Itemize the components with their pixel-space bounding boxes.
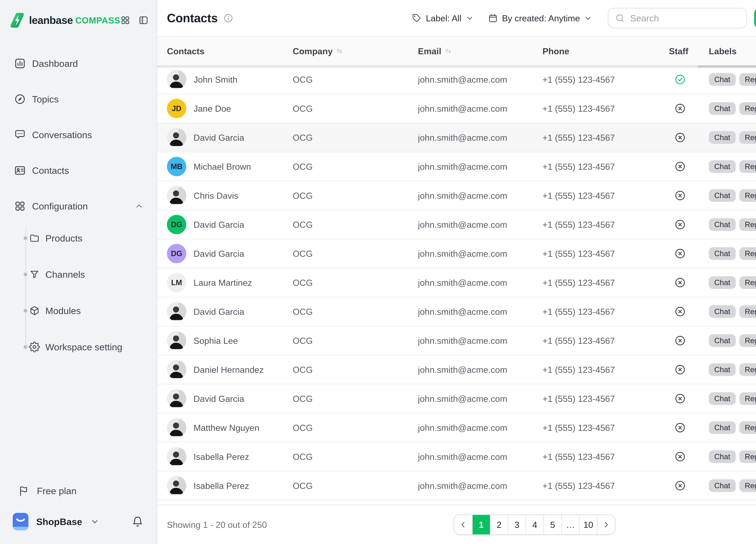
next-page-button[interactable]: [597, 515, 615, 534]
collapse-sidebar-icon[interactable]: [138, 15, 149, 25]
staff-unverified-icon: [674, 335, 686, 346]
workspace-switcher[interactable]: ShopBase: [0, 508, 157, 536]
table-row[interactable]: Daniel Hernandez OCG john.smith@acme.com…: [157, 355, 756, 384]
sidebar-item-label: Dashboard: [32, 58, 78, 69]
email-cell: john.smith@acme.com: [418, 191, 543, 201]
notifications-bell-icon[interactable]: [132, 516, 143, 527]
table-row[interactable]: Matthew Nguyen OCG john.smith@acme.com +…: [157, 413, 756, 442]
info-icon[interactable]: [223, 13, 233, 23]
staff-unverified-icon: [674, 190, 686, 201]
sidebar-item-topics[interactable]: Topics: [7, 87, 149, 111]
label-chip: Chat: [709, 218, 736, 231]
search-box[interactable]: [608, 8, 747, 28]
sidebar-nav: Dashboard Topics Conversations Contacts …: [0, 34, 157, 359]
table-row[interactable]: David Garcia OCG john.smith@acme.com +1 …: [157, 123, 756, 152]
company-cell: OCG: [293, 481, 418, 491]
table-row[interactable]: Isabella Perez OCG john.smith@acme.com +…: [157, 442, 756, 471]
column-header-email[interactable]: Email: [418, 46, 543, 56]
page-button-active[interactable]: 1: [472, 515, 490, 534]
table-row[interactable]: David Garcia OCG john.smith@acme.com +1 …: [157, 297, 756, 326]
sidebar-sub-item-icon: [29, 233, 40, 244]
contact-name: Daniel Hernandez: [194, 365, 264, 375]
labels-cell: ChatRegion-vn+2: [709, 276, 756, 289]
table-row[interactable]: David Garcia OCG john.smith@acme.com +1 …: [157, 384, 756, 413]
chevron-down-icon: [584, 14, 592, 22]
created-filter-value: By created: Anytime: [502, 13, 580, 23]
label-chip: Region-vn: [739, 102, 756, 115]
page-button-3[interactable]: 3: [508, 515, 526, 534]
column-header-contacts: Contacts: [167, 46, 293, 56]
phone-cell: +1 (555) 123-4567: [543, 191, 669, 201]
page-button-5[interactable]: 5: [543, 515, 561, 534]
table-row[interactable]: MB Michael Brown OCG john.smith@acme.com…: [157, 152, 756, 181]
table-row[interactable]: JD Jane Doe OCG john.smith@acme.com +1 (…: [157, 94, 756, 123]
table-row[interactable]: Chris Davis OCG john.smith@acme.com +1 (…: [157, 181, 756, 210]
column-label: Contacts: [167, 46, 204, 56]
page-button-10[interactable]: 10: [579, 515, 597, 534]
labels-cell: ChatRegion-vn+2: [709, 392, 756, 405]
staff-status-icon: [669, 103, 709, 114]
horizontal-scrollbar-track[interactable]: [157, 65, 756, 68]
labels-cell: ChatRegion-vn+2: [709, 479, 756, 492]
avatar-photo: [167, 302, 186, 321]
page-title: Contacts: [167, 11, 218, 25]
table-row[interactable]: DG David Garcia OCG john.smith@acme.com …: [157, 210, 756, 240]
sort-arrows-icon[interactable]: [444, 47, 453, 56]
contact-name: Michael Brown: [194, 162, 251, 172]
labels-cell: ChatRegion-vn+2: [709, 421, 756, 434]
label-chip: Chat: [709, 334, 736, 347]
company-cell: OCG: [293, 162, 418, 172]
contact-name: David Garcia: [194, 306, 244, 317]
previous-page-button[interactable]: [454, 515, 472, 534]
phone-cell: +1 (555) 123-4567: [543, 133, 669, 143]
staff-status-icon: [669, 132, 709, 143]
email-cell: john.smith@acme.com: [418, 306, 543, 317]
table-row[interactable]: Isabella Perez OCG john.smith@acme.com +…: [157, 471, 756, 500]
sidebar-item-contacts[interactable]: Contacts: [7, 158, 149, 183]
sidebar-item-configuration[interactable]: Configuration: [7, 194, 149, 218]
table-row[interactable]: Sophia Lee OCG john.smith@acme.com +1 (5…: [157, 326, 756, 355]
sidebar-sub-item-icon: [29, 305, 40, 316]
phone-cell: +1 (555) 123-4567: [543, 306, 669, 317]
sidebar-item-workspace-setting[interactable]: Workspace setting: [7, 335, 149, 359]
sidebar-item-channels[interactable]: Channels: [7, 262, 149, 286]
column-label: Company: [293, 46, 333, 56]
sidebar-item-products[interactable]: Products: [7, 226, 149, 250]
column-header-company[interactable]: Company: [293, 46, 418, 56]
column-header-staff: Staff: [669, 46, 709, 56]
label-chip: Region-vn: [739, 305, 756, 318]
label-filter-dropdown[interactable]: Label: All: [412, 13, 473, 23]
page-button-2[interactable]: 2: [490, 515, 508, 534]
avatar-initials: DG: [167, 244, 186, 263]
brand-name: leanbase: [29, 14, 73, 26]
sidebar-item-dashboard[interactable]: Dashboard: [7, 51, 149, 76]
label-chip: Region-vn: [739, 73, 756, 86]
email-cell: john.smith@acme.com: [418, 452, 543, 462]
table-row[interactable]: LM Laura Martinez OCG john.smith@acme.co…: [157, 269, 756, 297]
chevron-down-icon[interactable]: [91, 517, 99, 526]
sidebar-item-conversations[interactable]: Conversations: [7, 123, 149, 147]
search-input[interactable]: [630, 13, 740, 23]
apps-grid-icon[interactable]: [120, 15, 130, 25]
table-row[interactable]: John Smith OCG john.smith@acme.com +1 (5…: [157, 65, 756, 94]
company-cell: OCG: [293, 220, 418, 230]
created-filter-dropdown[interactable]: By created: Anytime: [488, 13, 592, 23]
company-cell: OCG: [293, 423, 418, 433]
contact-name: Isabella Perez: [194, 481, 249, 491]
free-plan-item[interactable]: Free plan: [0, 479, 157, 503]
page-button-4[interactable]: 4: [526, 515, 543, 534]
add-new-contacts-button[interactable]: Add new contacts: [754, 8, 756, 28]
chevron-up-icon[interactable]: [135, 202, 143, 210]
horizontal-scrollbar-thumb[interactable]: [698, 65, 756, 68]
page-ellipsis: …: [561, 515, 579, 534]
label-chip: Region-vn: [739, 479, 756, 492]
contact-name: John Smith: [194, 75, 237, 85]
sidebar-item-modules[interactable]: Modules: [7, 298, 149, 323]
sort-arrows-icon[interactable]: [335, 47, 344, 56]
table-row[interactable]: DG David Garcia OCG john.smith@acme.com …: [157, 240, 756, 269]
phone-cell: +1 (555) 123-4567: [543, 75, 669, 85]
pagination: 12345…10: [454, 514, 615, 535]
sidebar-item-icon: [14, 93, 26, 105]
phone-cell: +1 (555) 123-4567: [543, 220, 669, 230]
company-cell: OCG: [293, 452, 418, 462]
